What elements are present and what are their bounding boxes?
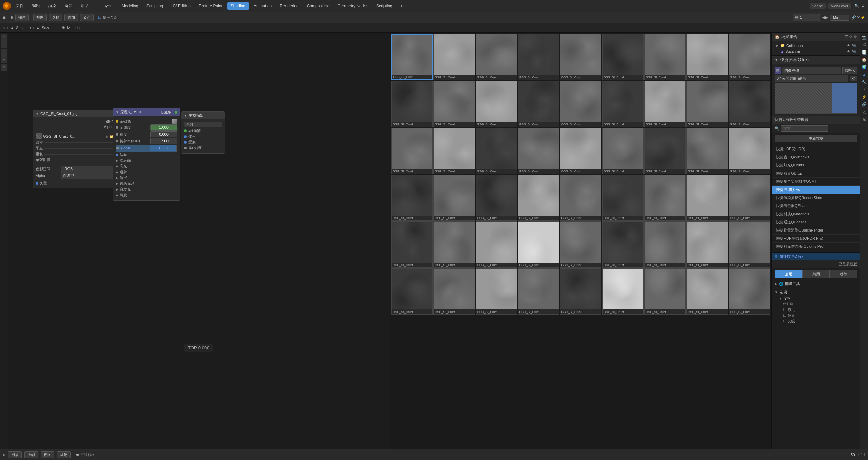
texture-item[interactable]: GSG_SI_Crust... [644,175,686,221]
collection-item[interactable]: ▶ 📁 Collection 👁 📷 [775,43,857,48]
pan-view-area[interactable]: ⊕ 平移视图 [76,452,95,457]
mat-icon-3[interactable]: ⚡ [861,15,865,20]
use-nodes-checkbox[interactable]: ☑ 使用节点 [98,15,118,20]
texture-item[interactable]: GSG_SI_Crust... [518,128,559,174]
base-color-socket[interactable] [116,120,118,123]
texture-item[interactable]: GSG_SI_Crust... [476,175,517,221]
vector-input-socket[interactable] [36,182,38,185]
tool-lasso[interactable]: ⌇ [1,49,7,56]
material-props-icon[interactable]: ◉ [861,116,868,123]
plugin-item[interactable]: 快捷集合实例材质QCMT [772,178,860,186]
roughness-value[interactable]: 0.000 [150,131,177,137]
bsdf-node-header[interactable]: ▼ 原理化 BSDF BSDF [113,108,180,116]
constraints-icon[interactable]: 🔗 [861,101,868,108]
texture-item[interactable]: GSG_SI_Crust... [644,268,686,315]
object-props-icon[interactable]: ▲ [861,71,868,78]
workspace-add[interactable]: + [397,2,406,10]
colorspace-select[interactable]: sRGB [61,166,118,172]
plugin-search-input[interactable] [781,125,828,132]
particles-icon[interactable]: • [861,86,868,93]
markers-btn[interactable]: 标记 [57,451,71,458]
texture-item[interactable]: GSG_SI_Crust... [644,81,686,127]
texture-item[interactable]: GSG_SI_Crust... [518,81,559,127]
settings-icon[interactable]: ⚙ [854,35,857,39]
normal-socket[interactable] [116,154,118,156]
texture-item[interactable]: GSG_SI_Crust... [560,221,601,267]
repeat-select[interactable] [44,154,118,155]
texture-item[interactable]: GSG_SI_Crust... [560,268,601,315]
texture-item[interactable]: GSG_SI_Crust... [686,175,728,221]
texture-item[interactable]: GSG_SI_Crust... [729,128,770,174]
add-menu[interactable]: 添加 [64,14,78,21]
texture-item[interactable]: GSG_SI_Crust... [433,81,475,127]
texture-item[interactable]: GSG_SI_Crust... [433,128,475,174]
plugin-item[interactable]: 快捷着色器QShader [772,202,860,210]
node-editor[interactable]: ▼ GSG_SI_Crust_01.jpg 颜色 Alpha [8,33,390,460]
texture-item[interactable]: GSG_SI_Crust... [391,81,433,127]
texture-item[interactable]: GSG_SI_Crust... [560,128,601,174]
plugin-item[interactable]: 快捷HDR(QHDR) [772,145,860,153]
parent-row[interactable]: ☐ 父级 [783,319,857,324]
editor-type-icon[interactable]: ◼ [3,15,6,20]
modifier-props-icon[interactable]: 🔧 [861,79,868,85]
breadcrumb-item-3[interactable]: Material [67,26,80,30]
specular-toggle[interactable]: ▶ 高光 [116,164,177,169]
texture-item[interactable]: GSG_SI_Crust... [433,175,475,221]
view-menu[interactable]: 视图 [33,14,47,21]
texture-item[interactable]: GSG_SI_Crust... [729,221,770,267]
texture-item[interactable]: GSG_SI_Crust... [518,175,559,221]
node-menu[interactable]: 节点 [80,14,94,21]
texture-item[interactable]: GSG_SI_Crust... [602,221,644,267]
toolbar-icon-1[interactable]: 🔍 [854,3,860,9]
disable-btn[interactable]: 禁用 [802,270,830,278]
ior-socket[interactable] [116,140,118,142]
tool-cut[interactable]: ✂ [1,56,7,63]
plugin-item[interactable]: 快捷纹理QTex [772,186,860,194]
animation-icon[interactable]: ▶ [3,453,5,457]
object-mode-icon[interactable]: ⊕ [10,15,13,20]
material-browse[interactable]: Material [830,15,849,21]
breadcrumb-home[interactable]: ⌂ [3,26,5,30]
volume-socket[interactable] [184,135,187,138]
qtex-collapse-arrow[interactable]: ▼ [775,58,778,62]
texture-item[interactable]: GSG_SI_Crust... [644,128,686,174]
sync-icon[interactable]: ⟳ [849,35,852,39]
suzanne-vis-icon[interactable]: 👁 [847,49,850,53]
texture-item[interactable]: GSG_SI_Crust... [476,128,517,174]
texture-item[interactable]: GSG_SI_Crust... [686,34,728,80]
workspace-shading[interactable]: Shading [227,2,249,10]
emission-toggle[interactable]: ▶ 自发光 [116,187,177,192]
workspace-texturepaint[interactable]: Texture Paint [195,2,226,10]
texture-item[interactable]: GSG_SI_Crust... [476,81,517,127]
workspace-uvediting[interactable]: UV Editing [168,2,194,10]
transform-row[interactable]: ▼ 变换 [779,296,857,301]
qtex-surface-select[interactable]: 07 表面磨痕-硬壳 [775,75,848,82]
mat-icon-1[interactable]: 🔗 [851,15,856,20]
keying-btn[interactable]: 插帧 [24,451,38,458]
menu-help[interactable]: 帮助 [77,2,92,10]
thickness-socket[interactable] [184,147,187,149]
texture-item[interactable]: GSG_SI_Crust... [729,34,770,80]
suzanne-item[interactable]: ▲ Suzanne 👁 📷 [779,48,857,54]
mat-output-header[interactable]: ▼ 材质输出 [181,112,225,119]
texture-item[interactable]: GSG_SI_Crust... [686,221,728,267]
texture-item[interactable]: GSG_SI_Crust... [602,175,644,221]
texture-item[interactable]: GSG_SI_Crust... [686,268,728,315]
roughness-socket[interactable] [116,133,118,136]
playback-btn[interactable]: 回放 [8,451,22,458]
enable-btn[interactable]: 启用 [775,270,802,278]
update-btn[interactable]: 更新数据 [775,135,857,142]
bsdf-input-socket[interactable] [175,111,177,114]
plugin-item[interactable]: 快捷窗口QWindows [772,153,860,161]
subsurface-toggle[interactable]: ▶ 次表面 [116,158,177,163]
transmission-toggle[interactable]: ▶ 透射 [116,169,177,175]
material-slot[interactable]: 槽 1 [793,14,820,21]
toolbar-icon-2[interactable]: ⚙ [861,3,865,9]
texture-item[interactable]: GSG_SI_Crust... [391,268,433,315]
select-menu[interactable]: 选择 [49,14,62,21]
plugin-item[interactable]: 快捷放置QDrop [772,169,860,178]
texture-item[interactable]: GSG_SI_Crust... [560,34,601,80]
origin-row[interactable]: ☐ 原点 [783,307,857,312]
workspace-sculpting[interactable]: Sculpting [143,2,166,10]
plugin-item[interactable]: 快捷灯光QLights [772,161,860,169]
